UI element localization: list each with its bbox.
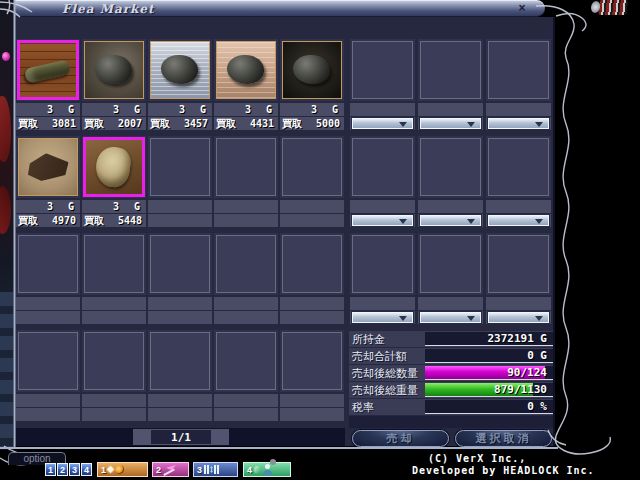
blank-strip — [16, 297, 80, 310]
blank-strip — [418, 297, 483, 310]
quantity-dropdown[interactable] — [488, 118, 549, 129]
dropdown-strip — [350, 311, 415, 324]
title-bar[interactable]: Flea Market — [14, 0, 545, 17]
sell-slot[interactable] — [350, 39, 415, 101]
blank-strip — [148, 311, 212, 324]
panel-spacer — [349, 416, 553, 428]
quantity-dropdown[interactable] — [352, 215, 413, 226]
sell-slot[interactable] — [418, 233, 483, 295]
empty-slot[interactable] — [82, 233, 146, 295]
blank-strip — [16, 311, 80, 324]
blank-strip — [214, 297, 278, 310]
chevron-down-icon — [467, 122, 475, 127]
hotkey-group-2[interactable]: 2 — [152, 462, 189, 477]
page-indicator[interactable]: 1/1 — [133, 429, 229, 445]
item-slot-3[interactable] — [148, 39, 212, 101]
blank-strip — [280, 297, 344, 310]
blank-strip — [214, 408, 278, 421]
copyright-line-2: Developed by HEADLOCK Inc. — [412, 465, 595, 476]
item-slot-2[interactable] — [82, 39, 146, 101]
item-slot-6[interactable] — [16, 136, 80, 198]
cancel-selection-button[interactable]: 選択取消 — [455, 430, 552, 447]
item-slot-1[interactable] — [16, 39, 80, 101]
empty-slot[interactable] — [280, 330, 344, 392]
hotkey-group-1[interactable]: 1 — [97, 462, 148, 477]
hotkey-slot-4[interactable]: 4 — [81, 463, 92, 476]
empty-slot[interactable] — [82, 330, 146, 392]
page-number: 1/1 — [151, 430, 211, 444]
quantity-row: 売却後総数量 90/124 — [349, 365, 553, 382]
blank-strip — [82, 311, 146, 324]
dropdown-strip — [486, 214, 551, 227]
empty-slot[interactable] — [148, 233, 212, 295]
blank-strip — [280, 214, 344, 227]
sell-slot[interactable] — [350, 136, 415, 198]
quantity-dropdown[interactable] — [420, 215, 481, 226]
quantity-label: 売却後総数量 — [349, 366, 425, 381]
blank-strip — [350, 103, 415, 116]
item-qty: 3G — [82, 200, 146, 213]
empty-slot[interactable] — [16, 330, 80, 392]
blank-strip — [82, 408, 146, 421]
chevron-down-icon — [467, 219, 475, 224]
blank-strip — [148, 408, 212, 421]
group-number: 3 — [197, 465, 202, 475]
sell-slot[interactable] — [418, 136, 483, 198]
hotkey-slot-2[interactable]: 2 — [57, 463, 68, 476]
item-icon-ore — [283, 42, 341, 98]
quantity-dropdown[interactable] — [420, 118, 481, 129]
chevron-down-icon — [535, 219, 543, 224]
sell-slot[interactable] — [486, 136, 551, 198]
empty-slot[interactable] — [280, 136, 344, 198]
group-number: 1 — [101, 465, 106, 475]
sell-slot[interactable] — [418, 39, 483, 101]
quantity-dropdown[interactable] — [488, 215, 549, 226]
copyright-line-1: (C) VerX Inc., — [428, 453, 526, 464]
hotkey-group-4[interactable]: 4 — [243, 462, 291, 477]
empty-slot[interactable] — [280, 233, 344, 295]
quantity-dropdown[interactable] — [488, 312, 549, 323]
quantity-dropdown[interactable] — [352, 312, 413, 323]
empty-slot[interactable] — [16, 233, 80, 295]
tax-row: 税率 0 % — [349, 399, 553, 416]
dropdown-strip — [418, 214, 483, 227]
dropdown-strip — [350, 117, 415, 130]
hotkey-slot-3[interactable]: 3 — [69, 463, 80, 476]
item-slot-5[interactable] — [280, 39, 344, 101]
blank-strip — [148, 297, 212, 310]
empty-slot[interactable] — [148, 136, 212, 198]
item-qty: 3G — [148, 103, 212, 116]
blank-strip — [214, 394, 278, 407]
item-qty: 3G — [82, 103, 146, 116]
blank-strip — [486, 103, 551, 116]
blank-strip — [16, 394, 80, 407]
item-icon-ore — [151, 42, 209, 98]
sell-slot[interactable] — [486, 39, 551, 101]
item-buy-price: 買取3457 — [148, 117, 212, 130]
hotkey-slot-1[interactable]: 1 — [45, 463, 56, 476]
blank-strip — [280, 408, 344, 421]
empty-slot[interactable] — [214, 136, 278, 198]
background-structure — [0, 292, 13, 448]
blank-strip — [148, 214, 212, 227]
weight-value: 879/1130 — [494, 383, 547, 396]
item-icon-hide — [19, 139, 77, 195]
world-background — [0, 0, 14, 450]
quantity-dropdown[interactable] — [352, 118, 413, 129]
sell-button[interactable]: 売却 — [352, 430, 449, 447]
empty-slot[interactable] — [214, 330, 278, 392]
sell-slot[interactable] — [350, 233, 415, 295]
item-buy-price: 買取2007 — [82, 117, 146, 130]
sell-slot[interactable] — [486, 233, 551, 295]
hotkey-group-3[interactable]: 3 — [193, 462, 238, 477]
blank-strip — [214, 214, 278, 227]
empty-slot[interactable] — [148, 330, 212, 392]
item-slot-7[interactable] — [82, 136, 146, 198]
empty-slot[interactable] — [214, 233, 278, 295]
close-icon[interactable]: × — [514, 1, 530, 15]
blank-strip — [486, 297, 551, 310]
item-slot-4[interactable] — [214, 39, 278, 101]
blank-strip — [82, 394, 146, 407]
dropdown-strip — [486, 117, 551, 130]
quantity-dropdown[interactable] — [420, 312, 481, 323]
